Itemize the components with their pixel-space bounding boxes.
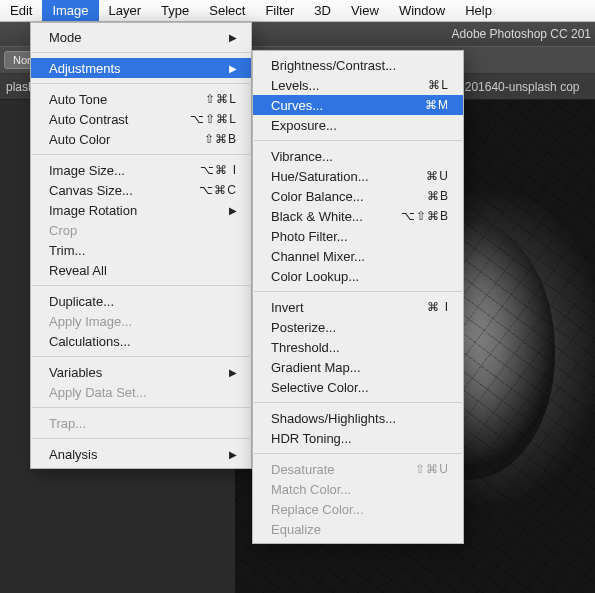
adjust-menu-selective-color[interactable]: Selective Color... [253, 377, 463, 397]
menu-item-label: Posterize... [271, 320, 449, 335]
menu-item-label: Color Lookup... [271, 269, 449, 284]
adjust-menu-curves[interactable]: Curves...⌘M [253, 95, 463, 115]
shortcut: ⌘L [428, 78, 449, 92]
menu-item-label: Mode [49, 30, 207, 45]
image-menu: Mode▶Adjustments▶Auto Tone⇧⌘LAuto Contra… [30, 22, 252, 469]
menu-item-label: Invert [271, 300, 405, 315]
adjust-menu-desaturate: Desaturate⇧⌘U [253, 459, 463, 479]
menu-item-label: Image Size... [49, 163, 178, 178]
adjust-menu-photo-filter[interactable]: Photo Filter... [253, 226, 463, 246]
adjust-menu-shadows-highlights[interactable]: Shadows/Highlights... [253, 408, 463, 428]
menu-filter[interactable]: Filter [255, 0, 304, 21]
menu-item-label: Black & White... [271, 209, 379, 224]
menu-item-label: Crop [49, 223, 237, 238]
menu-item-label: Trim... [49, 243, 237, 258]
menu-item-label: Variables [49, 365, 207, 380]
image-menu-variables[interactable]: Variables▶ [31, 362, 251, 382]
menu-layer[interactable]: Layer [99, 0, 152, 21]
menu-3d[interactable]: 3D [304, 0, 341, 21]
menu-item-label: Calculations... [49, 334, 237, 349]
menu-item-label: Apply Data Set... [49, 385, 237, 400]
menu-edit[interactable]: Edit [0, 0, 42, 21]
image-menu-analysis[interactable]: Analysis▶ [31, 444, 251, 464]
menu-item-label: Adjustments [49, 61, 207, 76]
menu-item-label: Vibrance... [271, 149, 449, 164]
adjust-menu-replace-color: Replace Color... [253, 499, 463, 519]
menu-item-label: Image Rotation [49, 203, 207, 218]
app-title: Adobe Photoshop CC 201 [452, 27, 591, 41]
image-menu-calculations[interactable]: Calculations... [31, 331, 251, 351]
menu-item-label: Levels... [271, 78, 406, 93]
menu-item-label: Analysis [49, 447, 207, 462]
chevron-right-icon: ▶ [229, 63, 237, 74]
menu-item-label: Auto Color [49, 132, 182, 147]
menu-view[interactable]: View [341, 0, 389, 21]
menu-item-label: Replace Color... [271, 502, 449, 517]
image-menu-image-rotation[interactable]: Image Rotation▶ [31, 200, 251, 220]
image-menu-trim[interactable]: Trim... [31, 240, 251, 260]
menu-item-label: Match Color... [271, 482, 449, 497]
menubar: EditImageLayerTypeSelectFilter3DViewWind… [0, 0, 595, 22]
chevron-right-icon: ▶ [229, 367, 237, 378]
image-menu-apply-data-set: Apply Data Set... [31, 382, 251, 402]
menu-item-label: Desaturate [271, 462, 393, 477]
shortcut: ⇧⌘U [415, 462, 449, 476]
adjust-menu-hue-saturation[interactable]: Hue/Saturation...⌘U [253, 166, 463, 186]
shortcut: ⌥⌘C [199, 183, 237, 197]
menu-help[interactable]: Help [455, 0, 502, 21]
image-menu-reveal-all[interactable]: Reveal All [31, 260, 251, 280]
image-menu-canvas-size[interactable]: Canvas Size...⌥⌘C [31, 180, 251, 200]
image-menu-mode[interactable]: Mode▶ [31, 27, 251, 47]
menu-select[interactable]: Select [199, 0, 255, 21]
image-menu-auto-color[interactable]: Auto Color⇧⌘B [31, 129, 251, 149]
image-menu-auto-contrast[interactable]: Auto Contrast⌥⇧⌘L [31, 109, 251, 129]
adjust-menu-color-lookup[interactable]: Color Lookup... [253, 266, 463, 286]
adjust-menu-gradient-map[interactable]: Gradient Map... [253, 357, 463, 377]
shortcut: ⌥⇧⌘L [190, 112, 237, 126]
shortcut: ⌘ I [427, 300, 449, 314]
menu-item-label: Threshold... [271, 340, 449, 355]
menu-item-label: Channel Mixer... [271, 249, 449, 264]
adjust-menu-invert[interactable]: Invert⌘ I [253, 297, 463, 317]
adjust-menu-levels[interactable]: Levels...⌘L [253, 75, 463, 95]
image-menu-apply-image: Apply Image... [31, 311, 251, 331]
doc-tab-right[interactable]: o-201640-unsplash cop [454, 80, 579, 94]
menu-item-label: Curves... [271, 98, 403, 113]
image-menu-image-size[interactable]: Image Size...⌥⌘ I [31, 160, 251, 180]
menu-window[interactable]: Window [389, 0, 455, 21]
menu-item-label: Apply Image... [49, 314, 237, 329]
menu-item-label: HDR Toning... [271, 431, 449, 446]
adjust-menu-posterize[interactable]: Posterize... [253, 317, 463, 337]
menu-item-label: Duplicate... [49, 294, 237, 309]
adjustments-submenu: Brightness/Contrast...Levels...⌘LCurves.… [252, 50, 464, 544]
menu-item-label: Exposure... [271, 118, 449, 133]
menu-item-label: Auto Tone [49, 92, 183, 107]
shortcut: ⌘B [427, 189, 449, 203]
menu-image[interactable]: Image [42, 0, 98, 21]
menu-item-label: Selective Color... [271, 380, 449, 395]
image-menu-trap: Trap... [31, 413, 251, 433]
menu-item-label: Color Balance... [271, 189, 405, 204]
menu-item-label: Canvas Size... [49, 183, 177, 198]
adjust-menu-channel-mixer[interactable]: Channel Mixer... [253, 246, 463, 266]
menu-item-label: Gradient Map... [271, 360, 449, 375]
adjust-menu-exposure[interactable]: Exposure... [253, 115, 463, 135]
adjust-menu-equalize: Equalize [253, 519, 463, 539]
adjust-menu-hdr-toning[interactable]: HDR Toning... [253, 428, 463, 448]
menu-item-label: Shadows/Highlights... [271, 411, 449, 426]
adjust-menu-color-balance[interactable]: Color Balance...⌘B [253, 186, 463, 206]
adjust-menu-threshold[interactable]: Threshold... [253, 337, 463, 357]
chevron-right-icon: ▶ [229, 449, 237, 460]
adjust-menu-match-color: Match Color... [253, 479, 463, 499]
image-menu-duplicate[interactable]: Duplicate... [31, 291, 251, 311]
menu-type[interactable]: Type [151, 0, 199, 21]
image-menu-auto-tone[interactable]: Auto Tone⇧⌘L [31, 89, 251, 109]
adjust-menu-vibrance[interactable]: Vibrance... [253, 146, 463, 166]
menu-item-label: Equalize [271, 522, 449, 537]
adjust-menu-brightness-contrast[interactable]: Brightness/Contrast... [253, 55, 463, 75]
image-menu-adjustments[interactable]: Adjustments▶ [31, 58, 251, 78]
adjust-menu-black-white[interactable]: Black & White...⌥⇧⌘B [253, 206, 463, 226]
menu-item-label: Auto Contrast [49, 112, 168, 127]
chevron-right-icon: ▶ [229, 32, 237, 43]
shortcut: ⇧⌘L [205, 92, 237, 106]
